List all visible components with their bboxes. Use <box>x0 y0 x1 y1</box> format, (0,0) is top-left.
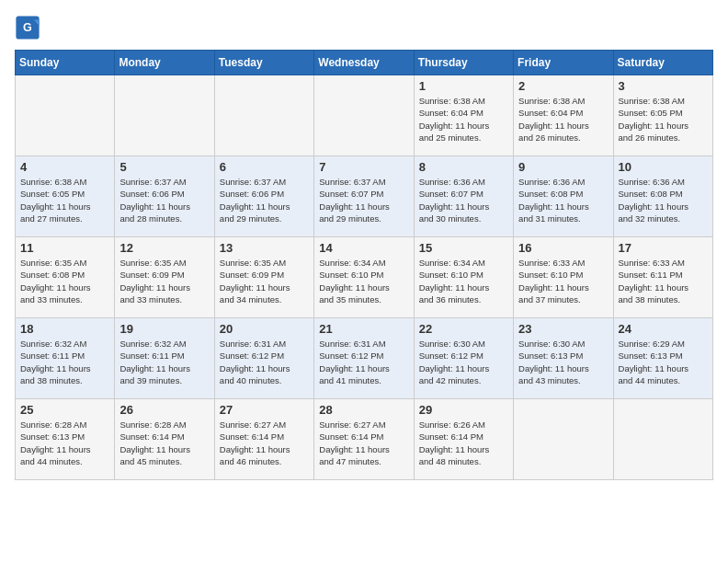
cell-info: Sunrise: 6:34 AM Sunset: 6:10 PM Dayligh… <box>319 257 408 305</box>
day-number: 16 <box>518 241 608 255</box>
cell-info: Sunrise: 6:31 AM Sunset: 6:12 PM Dayligh… <box>319 338 408 386</box>
day-number: 3 <box>619 79 708 93</box>
cell-info: Sunrise: 6:32 AM Sunset: 6:11 PM Dayligh… <box>20 338 109 386</box>
cell-info: Sunrise: 6:27 AM Sunset: 6:14 PM Dayligh… <box>319 419 408 467</box>
day-number: 26 <box>119 403 209 417</box>
day-number: 15 <box>419 241 508 255</box>
calendar-cell: 25Sunrise: 6:28 AM Sunset: 6:13 PM Dayli… <box>16 399 115 480</box>
day-number: 8 <box>419 160 508 174</box>
cell-info: Sunrise: 6:37 AM Sunset: 6:06 PM Dayligh… <box>220 176 309 224</box>
calendar-cell: 29Sunrise: 6:26 AM Sunset: 6:14 PM Dayli… <box>414 399 513 480</box>
calendar-cell: 23Sunrise: 6:30 AM Sunset: 6:13 PM Dayli… <box>514 318 613 399</box>
cell-info: Sunrise: 6:38 AM Sunset: 6:04 PM Dayligh… <box>518 95 608 144</box>
calendar-cell: 9Sunrise: 6:36 AM Sunset: 6:08 PM Daylig… <box>514 156 613 237</box>
day-number: 5 <box>119 160 209 174</box>
calendar-cell <box>613 399 712 480</box>
logo-icon: G <box>15 15 40 40</box>
calendar-cell: 22Sunrise: 6:30 AM Sunset: 6:12 PM Dayli… <box>414 318 513 399</box>
calendar-cell: 1Sunrise: 6:38 AM Sunset: 6:04 PM Daylig… <box>414 75 513 156</box>
calendar-table: SundayMondayTuesdayWednesdayThursdayFrid… <box>15 50 713 480</box>
page-header: G <box>15 15 713 40</box>
cell-info: Sunrise: 6:37 AM Sunset: 6:06 PM Dayligh… <box>119 176 209 224</box>
day-number: 11 <box>20 241 109 255</box>
calendar-cell: 24Sunrise: 6:29 AM Sunset: 6:13 PM Dayli… <box>613 318 712 399</box>
logo: G <box>15 15 44 40</box>
calendar-cell: 12Sunrise: 6:35 AM Sunset: 6:09 PM Dayli… <box>115 237 214 318</box>
cell-info: Sunrise: 6:37 AM Sunset: 6:07 PM Dayligh… <box>319 176 408 224</box>
calendar-cell: 19Sunrise: 6:32 AM Sunset: 6:11 PM Dayli… <box>115 318 214 399</box>
cell-info: Sunrise: 6:30 AM Sunset: 6:12 PM Dayligh… <box>419 338 508 386</box>
calendar-cell: 18Sunrise: 6:32 AM Sunset: 6:11 PM Dayli… <box>16 318 115 399</box>
calendar-cell: 8Sunrise: 6:36 AM Sunset: 6:07 PM Daylig… <box>414 156 513 237</box>
weekday-header-thursday: Thursday <box>414 51 513 75</box>
day-number: 12 <box>119 241 209 255</box>
svg-text:G: G <box>23 21 32 34</box>
cell-info: Sunrise: 6:35 AM Sunset: 6:08 PM Dayligh… <box>20 257 109 305</box>
calendar-cell: 13Sunrise: 6:35 AM Sunset: 6:09 PM Dayli… <box>214 237 313 318</box>
day-number: 9 <box>518 160 608 174</box>
day-number: 27 <box>220 403 309 417</box>
calendar-cell: 10Sunrise: 6:36 AM Sunset: 6:08 PM Dayli… <box>613 156 712 237</box>
weekday-header-row: SundayMondayTuesdayWednesdayThursdayFrid… <box>16 51 713 75</box>
day-number: 4 <box>20 160 109 174</box>
day-number: 21 <box>319 322 408 336</box>
day-number: 10 <box>619 160 708 174</box>
cell-info: Sunrise: 6:27 AM Sunset: 6:14 PM Dayligh… <box>220 419 309 467</box>
cell-info: Sunrise: 6:31 AM Sunset: 6:12 PM Dayligh… <box>220 338 309 386</box>
weekday-header-monday: Monday <box>115 51 214 75</box>
cell-info: Sunrise: 6:38 AM Sunset: 6:05 PM Dayligh… <box>619 95 708 144</box>
calendar-cell: 15Sunrise: 6:34 AM Sunset: 6:10 PM Dayli… <box>414 237 513 318</box>
calendar-cell: 3Sunrise: 6:38 AM Sunset: 6:05 PM Daylig… <box>613 75 712 156</box>
cell-info: Sunrise: 6:28 AM Sunset: 6:14 PM Dayligh… <box>119 419 209 467</box>
calendar-cell: 5Sunrise: 6:37 AM Sunset: 6:06 PM Daylig… <box>115 156 214 237</box>
calendar-cell: 26Sunrise: 6:28 AM Sunset: 6:14 PM Dayli… <box>115 399 214 480</box>
day-number: 25 <box>20 403 109 417</box>
calendar-cell: 4Sunrise: 6:38 AM Sunset: 6:05 PM Daylig… <box>16 156 115 237</box>
cell-info: Sunrise: 6:33 AM Sunset: 6:10 PM Dayligh… <box>518 257 608 305</box>
calendar-week-row: 18Sunrise: 6:32 AM Sunset: 6:11 PM Dayli… <box>16 318 713 399</box>
calendar-cell <box>115 75 214 156</box>
cell-info: Sunrise: 6:35 AM Sunset: 6:09 PM Dayligh… <box>119 257 209 305</box>
calendar-week-row: 25Sunrise: 6:28 AM Sunset: 6:13 PM Dayli… <box>16 399 713 480</box>
calendar-week-row: 11Sunrise: 6:35 AM Sunset: 6:08 PM Dayli… <box>16 237 713 318</box>
calendar-cell: 2Sunrise: 6:38 AM Sunset: 6:04 PM Daylig… <box>514 75 613 156</box>
day-number: 14 <box>319 241 408 255</box>
calendar-week-row: 4Sunrise: 6:38 AM Sunset: 6:05 PM Daylig… <box>16 156 713 237</box>
cell-info: Sunrise: 6:36 AM Sunset: 6:08 PM Dayligh… <box>518 176 608 224</box>
day-number: 28 <box>319 403 408 417</box>
day-number: 2 <box>518 79 608 93</box>
day-number: 1 <box>419 79 508 93</box>
weekday-header-saturday: Saturday <box>613 51 712 75</box>
day-number: 29 <box>419 403 508 417</box>
day-number: 18 <box>20 322 109 336</box>
cell-info: Sunrise: 6:35 AM Sunset: 6:09 PM Dayligh… <box>220 257 309 305</box>
calendar-week-row: 1Sunrise: 6:38 AM Sunset: 6:04 PM Daylig… <box>16 75 713 156</box>
day-number: 19 <box>119 322 209 336</box>
cell-info: Sunrise: 6:36 AM Sunset: 6:08 PM Dayligh… <box>619 176 708 224</box>
day-number: 17 <box>619 241 708 255</box>
calendar-cell <box>314 75 414 156</box>
calendar-cell: 28Sunrise: 6:27 AM Sunset: 6:14 PM Dayli… <box>314 399 414 480</box>
cell-info: Sunrise: 6:38 AM Sunset: 6:04 PM Dayligh… <box>419 95 508 144</box>
weekday-header-wednesday: Wednesday <box>314 51 414 75</box>
cell-info: Sunrise: 6:33 AM Sunset: 6:11 PM Dayligh… <box>619 257 708 305</box>
calendar-cell: 16Sunrise: 6:33 AM Sunset: 6:10 PM Dayli… <box>514 237 613 318</box>
calendar-cell: 27Sunrise: 6:27 AM Sunset: 6:14 PM Dayli… <box>214 399 313 480</box>
calendar-cell <box>514 399 613 480</box>
calendar-cell: 21Sunrise: 6:31 AM Sunset: 6:12 PM Dayli… <box>314 318 414 399</box>
calendar-cell <box>214 75 313 156</box>
calendar-cell: 17Sunrise: 6:33 AM Sunset: 6:11 PM Dayli… <box>613 237 712 318</box>
cell-info: Sunrise: 6:38 AM Sunset: 6:05 PM Dayligh… <box>20 176 109 224</box>
cell-info: Sunrise: 6:34 AM Sunset: 6:10 PM Dayligh… <box>419 257 508 305</box>
cell-info: Sunrise: 6:32 AM Sunset: 6:11 PM Dayligh… <box>119 338 209 386</box>
day-number: 23 <box>518 322 608 336</box>
day-number: 20 <box>220 322 309 336</box>
calendar-cell: 11Sunrise: 6:35 AM Sunset: 6:08 PM Dayli… <box>16 237 115 318</box>
cell-info: Sunrise: 6:30 AM Sunset: 6:13 PM Dayligh… <box>518 338 608 386</box>
cell-info: Sunrise: 6:26 AM Sunset: 6:14 PM Dayligh… <box>419 419 508 467</box>
calendar-cell: 6Sunrise: 6:37 AM Sunset: 6:06 PM Daylig… <box>214 156 313 237</box>
cell-info: Sunrise: 6:28 AM Sunset: 6:13 PM Dayligh… <box>20 419 109 467</box>
weekday-header-tuesday: Tuesday <box>214 51 313 75</box>
day-number: 13 <box>220 241 309 255</box>
day-number: 7 <box>319 160 408 174</box>
